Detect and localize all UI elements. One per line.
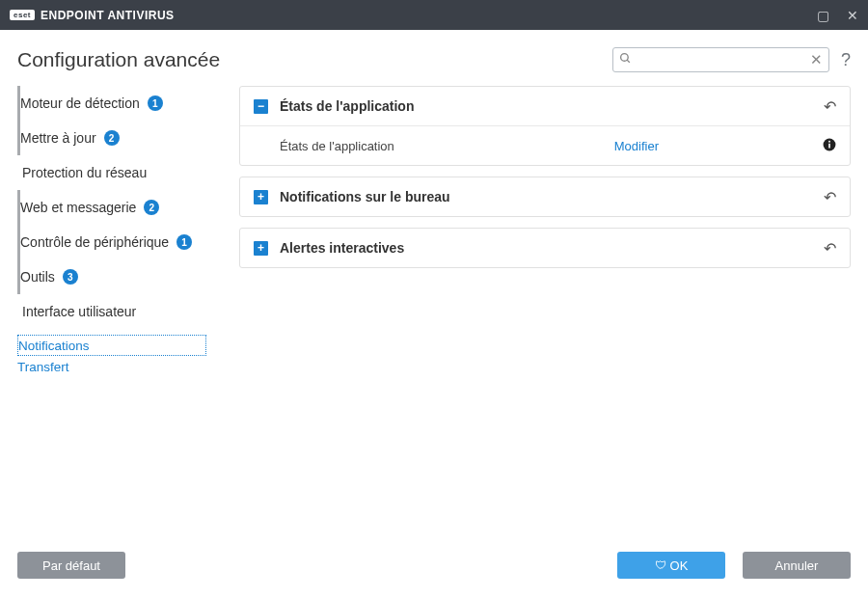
collapse-icon[interactable]: − (254, 99, 268, 114)
product-name: ENDPOINT ANTIVIRUS (41, 9, 175, 22)
sidebar-item-detection-engine[interactable]: Moteur de détection 1 (17, 86, 210, 121)
sidebar-item-label: Mettre à jour (20, 130, 96, 146)
row-label: États de l'application (280, 139, 614, 153)
search-input[interactable] (636, 53, 810, 67)
ok-button[interactable]: 🛡 OK (617, 552, 725, 579)
help-icon[interactable]: ? (841, 50, 851, 70)
svg-point-4 (828, 140, 830, 142)
clear-search-icon[interactable]: ✕ (810, 51, 823, 68)
sidebar-item-label: Web et messagerie (20, 200, 136, 215)
sidebar-badge: 3 (63, 269, 78, 285)
panel-body: États de l'application Modifier (240, 125, 850, 165)
sidebar-badge: 1 (148, 95, 163, 111)
sidebar-item-label: Outils (20, 269, 55, 285)
sidebar-item-label: Contrôle de périphérique (20, 234, 169, 250)
svg-line-1 (627, 60, 630, 63)
revert-icon[interactable]: ↶ (824, 188, 836, 206)
svg-rect-3 (828, 143, 830, 148)
panel-header[interactable]: − États de l'application ↶ (240, 87, 850, 125)
page-title: Configuration avancée (17, 48, 220, 71)
maximize-icon[interactable]: ▢ (817, 8, 829, 23)
brand-logo: eset (10, 10, 35, 20)
svg-point-0 (621, 54, 629, 62)
sidebar-item-ui[interactable]: Interface utilisateur (17, 294, 210, 329)
panel-row: États de l'application Modifier (254, 126, 836, 165)
sidebar: Moteur de détection 1 Mettre à jour 2 Pr… (17, 86, 210, 558)
content: − États de l'application ↶ États de l'ap… (210, 86, 851, 558)
revert-icon[interactable]: ↶ (824, 239, 836, 258)
sidebar-item-web-email[interactable]: Web et messagerie 2 (17, 190, 210, 225)
search-icon (619, 52, 632, 68)
sidebar-badge: 2 (144, 200, 159, 215)
sidebar-sub-transfer[interactable]: Transfert (17, 356, 210, 377)
sidebar-item-label: Moteur de détection (20, 95, 140, 111)
panel-title: Notifications sur le bureau (280, 189, 824, 204)
main: Moteur de détection 1 Mettre à jour 2 Pr… (0, 86, 868, 558)
window-controls: ▢ ✕ (817, 8, 858, 23)
sidebar-sub-notifications[interactable]: Notifications (17, 335, 206, 356)
expand-icon[interactable]: + (254, 241, 268, 256)
revert-icon[interactable]: ↶ (824, 97, 836, 116)
shield-icon: 🛡 (655, 558, 666, 572)
sidebar-item-label: Protection du réseau (20, 165, 147, 180)
sidebar-sub-label: Notifications (18, 339, 90, 353)
default-button[interactable]: Par défaut (17, 552, 125, 579)
info-icon[interactable] (823, 138, 836, 154)
sidebar-item-device-control[interactable]: Contrôle de périphérique 1 (17, 225, 210, 259)
panel-title: États de l'application (280, 98, 824, 114)
search-box[interactable]: ✕ (612, 47, 829, 72)
sidebar-badge: 2 (104, 130, 120, 146)
cancel-button[interactable]: Annuler (743, 552, 851, 579)
panel-app-states: − États de l'application ↶ États de l'ap… (239, 86, 851, 166)
sidebar-item-label: Interface utilisateur (20, 304, 136, 319)
sidebar-item-tools[interactable]: Outils 3 (17, 259, 210, 294)
panel-desktop-notifications: + Notifications sur le bureau ↶ (239, 177, 851, 217)
panel-header[interactable]: + Notifications sur le bureau ↶ (240, 177, 850, 216)
header: Configuration avancée ✕ ? (0, 30, 868, 86)
edit-link[interactable]: Modifier (614, 139, 659, 153)
footer: Par défaut 🛡 OK Annuler (0, 550, 868, 598)
titlebar: eset ENDPOINT ANTIVIRUS ▢ ✕ (0, 0, 868, 30)
panel-title: Alertes interactives (280, 240, 824, 256)
ok-label: OK (670, 558, 689, 573)
close-icon[interactable]: ✕ (847, 8, 858, 23)
panel-header[interactable]: + Alertes interactives ↶ (240, 229, 850, 267)
panel-interactive-alerts: + Alertes interactives ↶ (239, 228, 851, 268)
expand-icon[interactable]: + (254, 190, 268, 204)
sidebar-sub-label: Transfert (17, 360, 69, 374)
sidebar-item-update[interactable]: Mettre à jour 2 (17, 121, 210, 155)
sidebar-item-network-protection[interactable]: Protection du réseau (17, 155, 210, 190)
sidebar-badge: 1 (176, 234, 192, 250)
